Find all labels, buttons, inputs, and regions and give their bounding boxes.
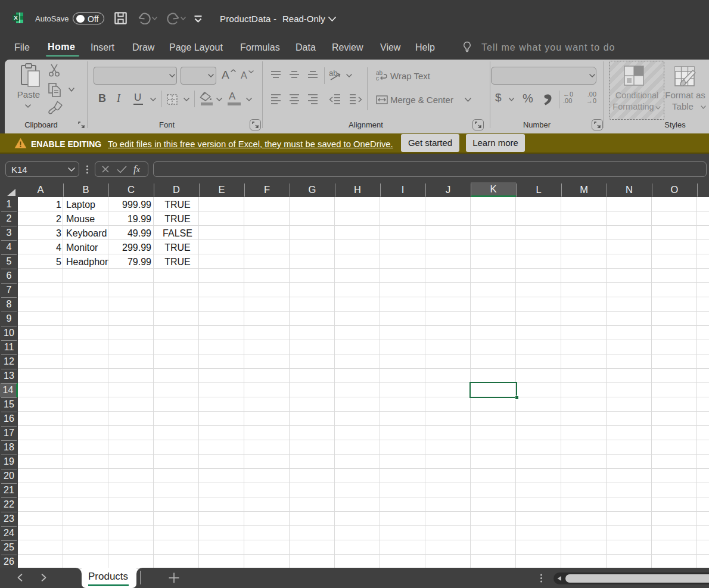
- svg-text:X: X: [14, 14, 18, 21]
- svg-text:c: c: [376, 75, 379, 80]
